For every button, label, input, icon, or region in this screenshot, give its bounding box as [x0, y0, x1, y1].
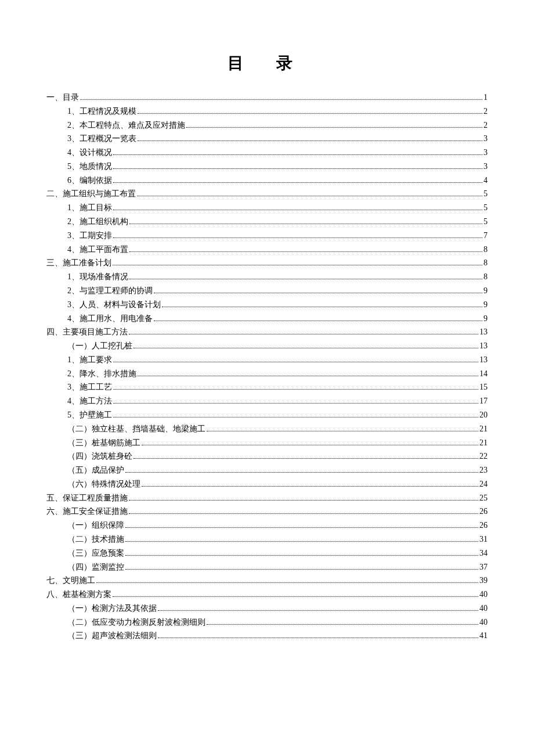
toc-leader-dots: [158, 610, 478, 611]
toc-entry-page: 40: [479, 617, 488, 628]
toc-entry: （二）低应变动力检测反射波检测细则40: [46, 617, 488, 628]
toc-entry-label: 3、工期安排: [67, 230, 112, 242]
toc-entry: 五、保证工程质量措施25: [46, 492, 488, 504]
toc-leader-dots: [80, 99, 482, 100]
toc-entry-label: 七、文明施工: [46, 575, 95, 586]
toc-leader-dots: [125, 527, 478, 528]
toc-entry-label: 3、工程概况一览表: [67, 133, 136, 145]
toc-entry-label: 2、施工组织机构: [67, 216, 128, 228]
toc-leader-dots: [125, 541, 478, 542]
toc-entry-page: 13: [479, 326, 488, 338]
toc-entry-label: 5、护壁施工: [67, 409, 112, 421]
toc-entry-label: 二、施工组织与施工布置: [46, 188, 136, 200]
toc-entry: 1、现场准备情况8: [46, 271, 488, 283]
toc-entry-label: 八、桩基检测方案: [46, 589, 111, 600]
toc-entry: （三）桩基钢筋施工21: [46, 437, 488, 449]
toc-entry-label: （二）技术措施: [67, 534, 124, 545]
toc-entry-page: 8: [484, 271, 488, 283]
toc-entry-label: 1、施工目标: [67, 202, 112, 214]
toc-entry-label: 一、目录: [46, 92, 79, 103]
toc-entry: 4、设计概况3: [46, 147, 488, 159]
toc-entry-page: 3: [484, 147, 488, 159]
toc-entry-page: 3: [484, 161, 488, 172]
toc-entry-page: 22: [479, 451, 488, 462]
toc-leader-dots: [129, 279, 482, 279]
toc-entry-page: 20: [479, 409, 488, 421]
toc-entry-page: 23: [479, 465, 488, 476]
document-title: 目 录: [46, 52, 488, 74]
toc-entry-page: 26: [479, 520, 488, 531]
table-of-contents: 一、目录11、工程情况及规模22、本工程特点、难点及应对措施23、工程概况一览表…: [46, 92, 488, 642]
toc-entry-label: 3、人员、材料与设备计划: [67, 299, 161, 311]
toc-entry-label: 5、地质情况: [67, 161, 112, 172]
toc-leader-dots: [162, 307, 482, 307]
toc-entry-page: 7: [484, 230, 488, 242]
toc-entry-page: 2: [484, 120, 488, 131]
toc-entry: 四、主要项目施工方法13: [46, 326, 488, 338]
toc-entry: 2、本工程特点、难点及应对措施2: [46, 120, 488, 131]
toc-entry-page: 34: [479, 548, 488, 559]
toc-entry: （一）人工挖孔桩13: [46, 340, 488, 352]
toc-entry: （六）特殊情况处理24: [46, 478, 488, 490]
toc-entry-page: 5: [484, 216, 488, 228]
toc-leader-dots: [138, 141, 482, 141]
toc-entry: 三、施工准备计划8: [46, 257, 488, 269]
toc-entry-label: （三）超声波检测法细则: [67, 630, 157, 642]
toc-entry-label: （一）组织保障: [67, 520, 124, 531]
toc-entry: 4、施工平面布置8: [46, 244, 488, 255]
toc-entry: 1、施工目标5: [46, 202, 488, 214]
toc-leader-dots: [113, 210, 482, 210]
toc-entry: （一）组织保障26: [46, 520, 488, 531]
toc-entry-page: 5: [484, 202, 488, 214]
toc-entry-label: 1、现场准备情况: [67, 271, 128, 283]
toc-entry-label: 6、编制依据: [67, 175, 112, 186]
toc-entry-page: 26: [479, 506, 488, 517]
toc-leader-dots: [129, 224, 482, 224]
toc-entry-page: 41: [479, 630, 488, 642]
toc-entry-page: 40: [479, 589, 488, 600]
toc-leader-dots: [125, 569, 478, 570]
toc-entry: 3、工程概况一览表3: [46, 133, 488, 145]
toc-entry: 1、工程情况及规模2: [46, 106, 488, 117]
toc-entry: 6、编制依据4: [46, 175, 488, 186]
toc-entry-label: （二）独立柱基、挡墙基础、地梁施工: [67, 423, 205, 435]
toc-entry-page: 2: [484, 106, 488, 117]
toc-entry-label: （二）低应变动力检测反射波检测细则: [67, 617, 205, 628]
toc-leader-dots: [96, 582, 478, 583]
toc-leader-dots: [113, 596, 478, 597]
toc-leader-dots: [134, 458, 478, 459]
toc-entry-page: 17: [479, 395, 488, 407]
toc-entry-page: 4: [484, 175, 488, 186]
toc-entry-page: 25: [479, 492, 488, 504]
toc-leader-dots: [154, 293, 482, 293]
toc-entry-page: 5: [484, 188, 488, 200]
toc-entry: （三）应急预案34: [46, 548, 488, 559]
toc-entry-page: 1: [484, 92, 488, 103]
toc-entry-label: 4、施工用水、用电准备: [67, 313, 153, 325]
toc-entry: 一、目录1: [46, 92, 488, 103]
toc-entry: 2、降水、排水措施14: [46, 368, 488, 380]
toc-leader-dots: [142, 445, 478, 445]
toc-entry-page: 39: [479, 575, 488, 586]
toc-leader-dots: [154, 321, 482, 321]
toc-entry-label: （三）应急预案: [67, 548, 124, 559]
toc-entry: （五）成品保护23: [46, 465, 488, 476]
toc-entry: （二）技术措施31: [46, 534, 488, 545]
toc-leader-dots: [113, 237, 482, 238]
toc-entry-label: 3、施工工艺: [67, 381, 112, 393]
toc-leader-dots: [113, 154, 482, 155]
toc-entry-label: 三、施工准备计划: [46, 257, 111, 269]
toc-leader-dots: [113, 168, 482, 169]
toc-entry-label: 2、本工程特点、难点及应对措施: [67, 120, 185, 131]
toc-entry: 1、施工要求13: [46, 354, 488, 366]
toc-entry-label: 4、施工平面布置: [67, 244, 128, 255]
toc-entry: 二、施工组织与施工布置5: [46, 188, 488, 200]
toc-entry-label: 五、保证工程质量措施: [46, 492, 128, 504]
toc-entry-page: 9: [484, 313, 488, 325]
toc-leader-dots: [113, 182, 482, 183]
toc-leader-dots: [186, 127, 482, 128]
toc-entry: 5、地质情况3: [46, 161, 488, 172]
toc-leader-dots: [158, 638, 478, 638]
toc-entry-label: 4、施工方法: [67, 395, 112, 407]
toc-entry: 2、施工组织机构5: [46, 216, 488, 228]
